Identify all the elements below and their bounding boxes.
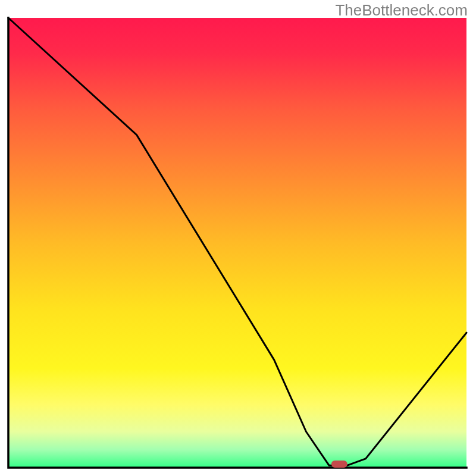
chart-container: TheBottleneck.com <box>0 0 476 476</box>
svg-rect-0 <box>8 18 466 468</box>
watermark-text: TheBottleneck.com <box>335 1 468 20</box>
bottleneck-chart <box>0 0 476 476</box>
svg-rect-1 <box>331 461 347 468</box>
